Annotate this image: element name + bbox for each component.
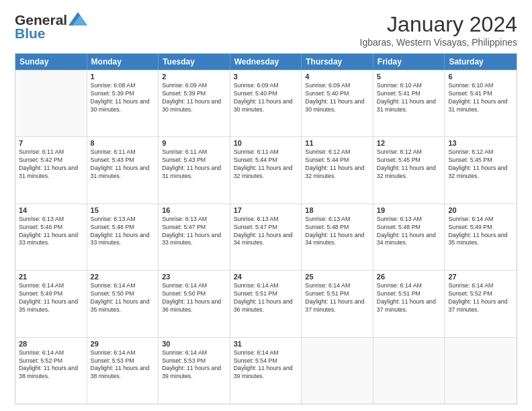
calendar: SundayMondayTuesdayWednesdayThursdayFrid… xyxy=(15,53,517,404)
cal-cell xyxy=(373,338,445,404)
cell-text: Sunrise: 6:14 AM Sunset: 5:51 PM Dayligh… xyxy=(305,282,369,314)
cal-cell: 30Sunrise: 6:14 AM Sunset: 5:53 PM Dayli… xyxy=(159,338,230,404)
cal-cell: 12Sunrise: 6:12 AM Sunset: 5:45 PM Dayli… xyxy=(373,137,445,203)
cal-cell: 23Sunrise: 6:14 AM Sunset: 5:50 PM Dayli… xyxy=(159,271,230,336)
cell-text: Sunrise: 6:14 AM Sunset: 5:50 PM Dayligh… xyxy=(162,282,226,314)
cal-cell: 15Sunrise: 6:13 AM Sunset: 5:46 PM Dayli… xyxy=(87,204,159,270)
day-number: 14 xyxy=(19,206,83,214)
cal-row-1: 7Sunrise: 6:11 AM Sunset: 5:42 PM Daylig… xyxy=(15,136,517,203)
cell-text: Sunrise: 6:10 AM Sunset: 5:41 PM Dayligh… xyxy=(377,82,441,114)
cell-text: Sunrise: 6:14 AM Sunset: 5:51 PM Dayligh… xyxy=(377,282,441,314)
cell-text: Sunrise: 6:13 AM Sunset: 5:47 PM Dayligh… xyxy=(162,216,226,248)
cal-cell xyxy=(15,71,87,136)
subtitle: Igbaras, Western Visayas, Philippines xyxy=(360,37,518,48)
day-number: 5 xyxy=(377,73,441,81)
cell-text: Sunrise: 6:09 AM Sunset: 5:39 PM Dayligh… xyxy=(162,82,226,114)
day-number: 3 xyxy=(234,73,298,81)
header-day-saturday: Saturday xyxy=(445,54,517,70)
cal-row-3: 21Sunrise: 6:14 AM Sunset: 5:49 PM Dayli… xyxy=(15,270,517,336)
cal-cell: 19Sunrise: 6:13 AM Sunset: 5:48 PM Dayli… xyxy=(373,204,445,270)
day-number: 30 xyxy=(162,340,226,348)
day-number: 23 xyxy=(162,273,226,281)
header-day-tuesday: Tuesday xyxy=(159,54,230,70)
cal-cell: 5Sunrise: 6:10 AM Sunset: 5:41 PM Daylig… xyxy=(373,71,445,136)
day-number: 8 xyxy=(91,139,155,147)
cell-text: Sunrise: 6:09 AM Sunset: 5:40 PM Dayligh… xyxy=(305,82,369,114)
cal-cell: 7Sunrise: 6:11 AM Sunset: 5:42 PM Daylig… xyxy=(15,137,87,203)
cell-text: Sunrise: 6:13 AM Sunset: 5:46 PM Dayligh… xyxy=(91,216,155,248)
logo: General Blue xyxy=(15,12,87,42)
page: General Blue January 2024 Igbaras, Weste… xyxy=(0,0,532,411)
cal-cell xyxy=(445,338,517,404)
cal-cell: 3Sunrise: 6:09 AM Sunset: 5:40 PM Daylig… xyxy=(230,71,302,136)
day-number: 15 xyxy=(91,206,155,214)
cell-text: Sunrise: 6:08 AM Sunset: 5:39 PM Dayligh… xyxy=(91,82,155,114)
cell-text: Sunrise: 6:11 AM Sunset: 5:43 PM Dayligh… xyxy=(162,148,226,181)
cell-text: Sunrise: 6:13 AM Sunset: 5:46 PM Dayligh… xyxy=(19,216,83,248)
day-number: 31 xyxy=(234,340,298,348)
header-day-monday: Monday xyxy=(87,54,159,70)
day-number: 1 xyxy=(91,73,155,81)
day-number: 19 xyxy=(377,206,441,214)
header-day-wednesday: Wednesday xyxy=(230,54,302,70)
header-day-thursday: Thursday xyxy=(302,54,373,70)
day-number: 16 xyxy=(162,206,226,214)
cell-text: Sunrise: 6:11 AM Sunset: 5:43 PM Dayligh… xyxy=(91,148,155,181)
logo-blue: Blue xyxy=(15,26,46,42)
cal-cell: 8Sunrise: 6:11 AM Sunset: 5:43 PM Daylig… xyxy=(87,137,159,203)
cal-cell: 13Sunrise: 6:12 AM Sunset: 5:45 PM Dayli… xyxy=(445,137,517,203)
day-number: 29 xyxy=(91,340,155,348)
cal-cell: 4Sunrise: 6:09 AM Sunset: 5:40 PM Daylig… xyxy=(302,71,373,136)
cell-text: Sunrise: 6:13 AM Sunset: 5:48 PM Dayligh… xyxy=(305,216,369,248)
cal-cell: 21Sunrise: 6:14 AM Sunset: 5:49 PM Dayli… xyxy=(15,271,87,336)
cell-text: Sunrise: 6:14 AM Sunset: 5:52 PM Dayligh… xyxy=(448,282,513,314)
day-number: 6 xyxy=(448,73,513,81)
day-number: 26 xyxy=(377,273,441,281)
calendar-body: 1Sunrise: 6:08 AM Sunset: 5:39 PM Daylig… xyxy=(15,70,517,404)
cal-cell: 20Sunrise: 6:14 AM Sunset: 5:49 PM Dayli… xyxy=(445,204,517,270)
cal-cell: 14Sunrise: 6:13 AM Sunset: 5:46 PM Dayli… xyxy=(15,204,87,270)
cal-cell xyxy=(302,338,373,404)
day-number: 12 xyxy=(377,139,441,147)
day-number: 24 xyxy=(234,273,298,281)
cell-text: Sunrise: 6:11 AM Sunset: 5:42 PM Dayligh… xyxy=(19,148,83,181)
cell-text: Sunrise: 6:13 AM Sunset: 5:48 PM Dayligh… xyxy=(377,216,441,248)
cell-text: Sunrise: 6:13 AM Sunset: 5:47 PM Dayligh… xyxy=(234,216,298,248)
cal-cell: 10Sunrise: 6:11 AM Sunset: 5:44 PM Dayli… xyxy=(230,137,302,203)
cell-text: Sunrise: 6:14 AM Sunset: 5:53 PM Dayligh… xyxy=(162,349,226,381)
logo-icon xyxy=(69,12,87,26)
cell-text: Sunrise: 6:14 AM Sunset: 5:53 PM Dayligh… xyxy=(91,349,155,381)
cal-cell: 24Sunrise: 6:14 AM Sunset: 5:51 PM Dayli… xyxy=(230,271,302,336)
cal-cell: 6Sunrise: 6:10 AM Sunset: 5:41 PM Daylig… xyxy=(445,71,517,136)
main-title: January 2024 xyxy=(360,12,518,37)
day-number: 27 xyxy=(448,273,513,281)
cell-text: Sunrise: 6:14 AM Sunset: 5:52 PM Dayligh… xyxy=(19,349,83,381)
day-number: 10 xyxy=(234,139,298,147)
day-number: 4 xyxy=(305,73,369,81)
day-number: 13 xyxy=(448,139,513,147)
day-number: 21 xyxy=(19,273,83,281)
cell-text: Sunrise: 6:14 AM Sunset: 5:54 PM Dayligh… xyxy=(234,349,298,381)
day-number: 9 xyxy=(162,139,226,147)
cal-cell: 25Sunrise: 6:14 AM Sunset: 5:51 PM Dayli… xyxy=(302,271,373,336)
cell-text: Sunrise: 6:14 AM Sunset: 5:50 PM Dayligh… xyxy=(91,282,155,314)
cell-text: Sunrise: 6:14 AM Sunset: 5:49 PM Dayligh… xyxy=(19,282,83,314)
cal-cell: 31Sunrise: 6:14 AM Sunset: 5:54 PM Dayli… xyxy=(230,338,302,404)
title-block: January 2024 Igbaras, Western Visayas, P… xyxy=(360,12,518,48)
day-number: 25 xyxy=(305,273,369,281)
day-number: 28 xyxy=(19,340,83,348)
day-number: 2 xyxy=(162,73,226,81)
day-number: 20 xyxy=(448,206,513,214)
cal-row-4: 28Sunrise: 6:14 AM Sunset: 5:52 PM Dayli… xyxy=(15,337,517,404)
cell-text: Sunrise: 6:14 AM Sunset: 5:49 PM Dayligh… xyxy=(448,216,513,248)
cal-cell: 28Sunrise: 6:14 AM Sunset: 5:52 PM Dayli… xyxy=(15,338,87,404)
day-number: 11 xyxy=(305,139,369,147)
cell-text: Sunrise: 6:12 AM Sunset: 5:44 PM Dayligh… xyxy=(305,148,369,181)
cell-text: Sunrise: 6:14 AM Sunset: 5:51 PM Dayligh… xyxy=(234,282,298,314)
day-number: 17 xyxy=(234,206,298,214)
cal-cell: 18Sunrise: 6:13 AM Sunset: 5:48 PM Dayli… xyxy=(302,204,373,270)
cal-cell: 17Sunrise: 6:13 AM Sunset: 5:47 PM Dayli… xyxy=(230,204,302,270)
cal-cell: 27Sunrise: 6:14 AM Sunset: 5:52 PM Dayli… xyxy=(445,271,517,336)
day-number: 18 xyxy=(305,206,369,214)
cell-text: Sunrise: 6:11 AM Sunset: 5:44 PM Dayligh… xyxy=(234,148,298,181)
